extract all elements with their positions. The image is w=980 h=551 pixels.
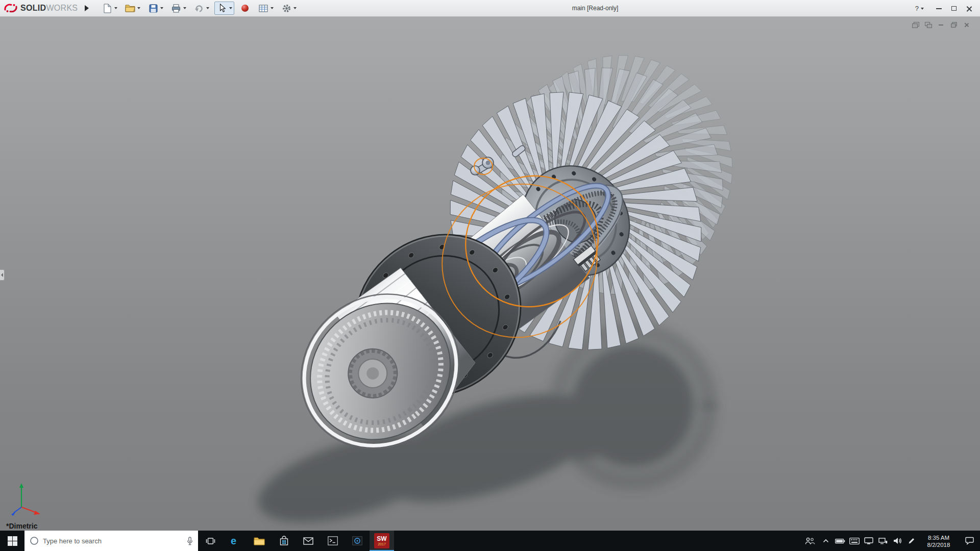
hidden-icons-button[interactable] [819,531,833,551]
toolbar-flyout-arrow-icon[interactable] [85,5,89,11]
pen-button[interactable] [904,531,919,551]
select-tool-button[interactable] [214,2,234,15]
new-document-button[interactable] [100,2,119,15]
network-icon [878,538,888,544]
media-app-icon [352,536,362,545]
titlebar: SOLIDWORKS [0,0,980,17]
window-title: main [Read-only] [572,0,619,17]
dropdown-arrow-icon [137,7,140,9]
start-button[interactable] [0,531,24,551]
task-view-icon [206,537,215,545]
close-icon [966,6,972,12]
network-button[interactable] [876,531,890,551]
display-icon [864,537,873,544]
minimize-icon [936,8,942,9]
touch-keyboard-button[interactable] [847,531,862,551]
volume-button[interactable] [890,531,904,551]
document-window-controls [911,21,971,29]
display-button[interactable] [862,531,876,551]
appearance-button[interactable] [237,2,253,15]
pen-icon [908,537,915,544]
solidworks-app-button[interactable]: SW 2017 [370,531,394,551]
search-placeholder: Type here to search [43,537,183,545]
minimize-button[interactable] [931,2,946,15]
battery-icon [835,538,845,544]
taskbar-search-input[interactable]: Type here to search [24,531,198,551]
open-button[interactable] [122,2,142,15]
drawing-sheet-icon [258,5,269,12]
brand-works: WORKS [46,4,78,12]
task-pane-collapse-tab[interactable] [0,269,5,281]
doc-close-icon[interactable] [962,21,971,29]
solidworks-logo-icon [4,3,17,13]
volume-icon [893,537,902,544]
select-cursor-icon [216,4,228,13]
jet-engine-model[interactable] [0,17,980,531]
file-explorer-icon [254,537,265,545]
action-center-icon [965,537,974,545]
store-icon [280,536,288,546]
dropdown-arrow-icon [183,7,186,9]
svg-text:e: e [231,535,236,546]
mail-button[interactable] [296,531,321,551]
drawing-sheet-button[interactable] [256,2,276,15]
chevron-up-icon [823,539,829,543]
clock-date: 8/2/2018 [927,541,950,548]
dropdown-arrow-icon [271,7,274,9]
doc-restore-icon[interactable] [949,21,958,29]
media-app-button[interactable] [345,531,370,551]
maximize-icon [951,6,957,11]
touch-keyboard-icon [849,538,860,544]
options-gear-icon [281,4,292,13]
dropdown-arrow-icon [206,7,209,9]
taskbar-clock[interactable]: 8:35 AM8/2/2018 [919,531,959,551]
file-explorer-button[interactable] [247,531,272,551]
mail-icon [303,537,313,545]
edge-browser-button[interactable]: e [223,531,247,551]
new-document-icon [102,4,113,13]
microsoft-store-button[interactable] [272,531,296,551]
dropdown-arrow-icon [293,7,297,9]
save-button[interactable] [145,2,165,15]
solidworks-window: SOLIDWORKS [0,0,980,551]
battery-button[interactable] [833,531,847,551]
dropdown-arrow-icon [114,7,117,9]
graphics-area[interactable]: *Dimetric [0,17,980,531]
action-center-button[interactable] [959,531,980,551]
task-view-button[interactable] [198,531,223,551]
dropdown-arrow-icon [229,7,232,9]
help-dropdown-arrow-icon[interactable] [921,8,924,10]
command-prompt-button[interactable] [321,531,345,551]
maximize-button[interactable] [946,2,962,15]
cortana-circle-icon [30,536,39,545]
windows-logo-icon [8,536,17,546]
people-button[interactable] [801,531,819,551]
print-button[interactable] [168,2,188,15]
solidworks-app-icon: SW 2017 [374,533,389,548]
orientation-triad [7,481,46,517]
undo-button[interactable] [191,2,211,15]
command-prompt-icon [328,536,338,545]
help-button[interactable]: ? [915,5,919,12]
clock-time: 8:35 AM [927,534,950,541]
solidworks-brand: SOLIDWORKS [0,3,82,13]
brand-solid: SOLID [20,4,46,12]
doc-minimize-icon[interactable] [937,21,945,29]
windows-taskbar: Type here to search e SW 2017 [0,531,980,551]
system-tray: 8:35 AM8/2/2018 [801,531,980,551]
undo-icon [193,5,205,12]
microphone-icon[interactable] [187,537,193,545]
window-controls: ? [915,0,977,17]
dropdown-arrow-icon [160,7,163,9]
save-icon [148,4,159,13]
open-folder-icon [125,4,136,12]
view-orientation-label: *Dimetric [6,522,37,530]
print-icon [170,4,182,13]
options-button[interactable] [279,2,299,15]
close-button[interactable] [962,2,977,15]
doc-cascade-windows-icon[interactable] [924,21,933,29]
doc-new-window-icon[interactable] [911,21,920,29]
appearance-sphere-icon [239,4,251,12]
edge-icon: e [229,535,240,546]
people-icon [805,537,815,545]
